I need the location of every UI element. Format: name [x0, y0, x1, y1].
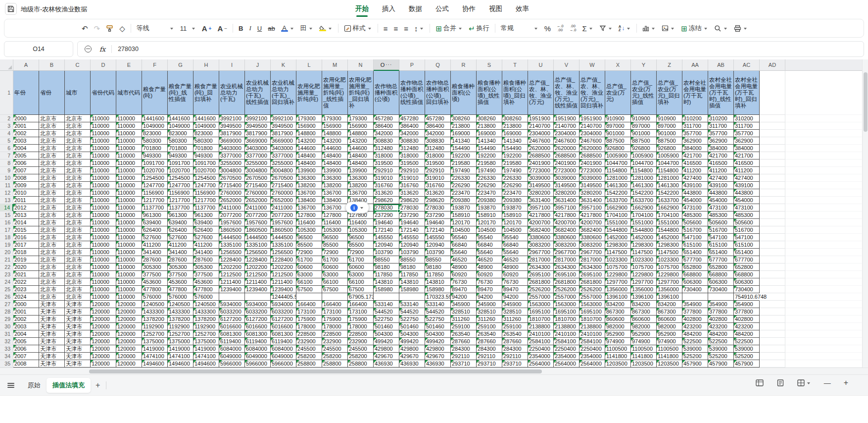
menu-data[interactable]: 数据 — [409, 4, 422, 16]
cell-I30[interactable]: 6016600 — [219, 323, 245, 330]
cell-W16[interactable]: 4200700 — [579, 219, 605, 226]
cell-H17[interactable]: 626400 — [193, 226, 219, 234]
cell-S7[interactable]: 192200 — [477, 152, 502, 159]
cell-F30[interactable]: 1192900 — [142, 323, 168, 330]
cell-T16[interactable]: 120170 — [502, 219, 528, 226]
cell-Y15[interactable]: 1704100 — [631, 212, 657, 219]
column-header-AC[interactable]: AC — [734, 59, 760, 71]
column-header-K[interactable]: K — [271, 59, 296, 71]
cell-V34[interactable]: 2354000 — [554, 353, 579, 360]
cell-I21[interactable]: 1228400 — [219, 256, 245, 264]
cell-K29[interactable]: 6127200 — [271, 316, 296, 323]
header-cell-O[interactable]: 农作物总播种面积(公顷) — [374, 71, 399, 115]
column-header-S[interactable]: S — [477, 59, 502, 71]
cell-H32[interactable]: 1375000 — [193, 338, 219, 345]
cell-G28[interactable]: 1433300 — [168, 308, 193, 316]
cell-Q23[interactable]: 117850 — [425, 271, 451, 278]
cell-O19[interactable]: 120940 — [374, 241, 399, 249]
cell-AC12[interactable]: 443800 — [734, 189, 760, 197]
cell-S25[interactable]: 89470 — [477, 286, 502, 293]
cell-T20[interactable]: 55640 — [502, 249, 528, 256]
bold-button[interactable]: B — [236, 23, 246, 34]
cell-AC18[interactable]: 547100 — [734, 234, 760, 241]
cell-O22[interactable]: 98180 — [374, 264, 399, 271]
cell-AD7[interactable] — [760, 152, 785, 159]
cell-I2[interactable]: 3992100 — [219, 115, 245, 122]
cell-N26[interactable]: 67905.173 — [348, 293, 374, 301]
cell-B27[interactable]: 天津市 — [39, 301, 65, 308]
cell-S15[interactable]: 158910 — [477, 212, 502, 219]
cell-J34[interactable]: 6049000 — [245, 353, 271, 360]
cell-W30[interactable]: 2138800 — [579, 323, 605, 330]
cell-V33[interactable]: 2250400 — [554, 345, 579, 353]
cell-T26[interactable]: 94200 — [502, 293, 528, 301]
cell-S20[interactable]: 55640 — [477, 249, 502, 256]
cell-D25[interactable]: 110000 — [91, 286, 116, 293]
cell-M31[interactable]: 228500 — [322, 330, 348, 338]
cell-G29[interactable]: 1378200 — [168, 316, 193, 323]
cell-Y24[interactable]: 1297700 — [631, 278, 657, 286]
cell-H14[interactable]: 1137700 — [193, 204, 219, 212]
cell-W27[interactable]: 1563000 — [579, 301, 605, 308]
cell-AD13[interactable] — [760, 197, 785, 204]
cell-AB28[interactable]: 377800 — [708, 308, 734, 316]
cell-I9[interactable]: 3004800 — [219, 167, 245, 174]
cell-K32[interactable]: 6119400 — [271, 338, 296, 345]
header-cell-P[interactable]: 农作物总播种面积(公顷)_线性插值 — [399, 71, 425, 115]
cell-AC30[interactable]: 423200 — [734, 323, 760, 330]
header-cell-I[interactable]: 农业机械总动力(千瓦) — [219, 71, 245, 115]
cell-AA5[interactable]: 362900 — [682, 137, 708, 145]
row-header-19[interactable]: 19 — [0, 241, 13, 249]
cell-N23[interactable]: 63000 — [348, 271, 374, 278]
row-header-23[interactable]: 23 — [0, 271, 13, 278]
cell-AC11[interactable]: 439100 — [734, 182, 760, 189]
cell-AA14[interactable]: 473100 — [682, 204, 708, 212]
cell-G10[interactable]: 1254500 — [168, 174, 193, 182]
header-cell-M[interactable]: 农用化肥施用量_折纯(吨)_线性插值 — [322, 71, 348, 115]
cell-P32[interactable]: 499420 — [399, 338, 425, 345]
cell-Z35[interactable]: 1203500 — [657, 360, 682, 368]
cell-D34[interactable]: 120000 — [91, 353, 116, 360]
row-header-6[interactable]: 6 — [0, 145, 13, 152]
cell-Y20[interactable]: 1147500 — [631, 249, 657, 256]
cell-R4[interactable]: 169000 — [451, 130, 477, 137]
cell-A33[interactable]: 2006 — [13, 345, 39, 353]
cell-K4[interactable]: 3817900 — [271, 130, 296, 137]
cell-O29[interactable]: 522750 — [374, 316, 399, 323]
fill-handle[interactable] — [397, 210, 400, 212]
cell-P13[interactable]: 298620 — [399, 197, 425, 204]
column-header-J[interactable]: J — [245, 59, 271, 71]
wrap-text-button[interactable]: ↵换行 — [466, 22, 492, 34]
cell-G34[interactable]: 1474100 — [168, 353, 193, 360]
cell-AA35[interactable]: 457900 — [682, 360, 708, 368]
sheet-list-icon[interactable] — [7, 382, 15, 389]
row-header-1[interactable]: 1 — [0, 71, 13, 115]
cell-U27[interactable]: 1563000 — [528, 301, 554, 308]
cell-D15[interactable]: 110000 — [91, 212, 116, 219]
cell-AC14[interactable]: 473100 — [734, 204, 760, 212]
cell-J33[interactable]: 6084000 — [245, 345, 271, 353]
row-header-32[interactable]: 32 — [0, 338, 13, 345]
cell-N32[interactable]: 232900 — [348, 338, 374, 345]
cell-AB21[interactable]: 677700 — [708, 256, 734, 264]
cell-H16[interactable]: 639400 — [193, 219, 219, 226]
cell-K18[interactable]: 1444500 — [271, 234, 296, 241]
cell-S29[interactable]: 311260 — [477, 316, 502, 323]
cell-AB15[interactable]: 485300 — [708, 212, 734, 219]
row-header-16[interactable]: 16 — [0, 219, 13, 226]
cell-AD32[interactable] — [760, 338, 785, 345]
cell-Z13[interactable]: 1633700 — [657, 197, 682, 204]
cell-C16[interactable]: 北京市 — [65, 219, 91, 226]
cell-I28[interactable]: 6033200 — [219, 308, 245, 316]
cell-C12[interactable]: 北京市 — [65, 189, 91, 197]
cell-L2[interactable]: 179300 — [296, 115, 322, 122]
cell-F18[interactable]: 527600 — [142, 234, 168, 241]
cell-J26[interactable] — [245, 293, 271, 301]
cell-W9[interactable]: 2723000 — [579, 167, 605, 174]
cell-V16[interactable]: 4200700 — [554, 219, 579, 226]
cell-N17[interactable]: 105300 — [348, 226, 374, 234]
cell-AB30[interactable]: 423200 — [708, 323, 734, 330]
cell-D14[interactable]: 110000 — [91, 204, 116, 212]
cell-V15[interactable]: 4217800 — [554, 212, 579, 219]
cell-Y2[interactable]: 910900 — [631, 115, 657, 122]
